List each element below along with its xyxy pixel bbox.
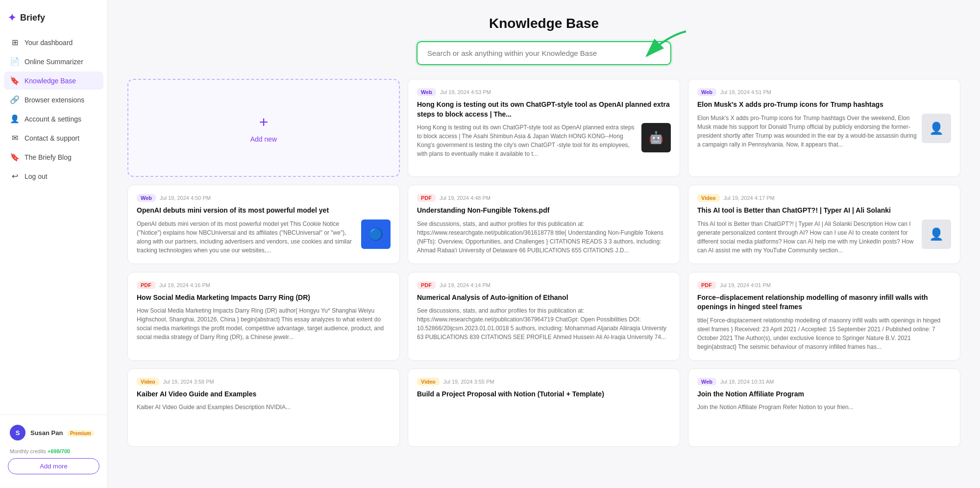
add-new-card[interactable]: + Add new — [127, 79, 400, 177]
card-title: Elon Musk's X adds pro-Trump icons for T… — [697, 100, 951, 110]
blog-icon: 🔖 — [10, 152, 20, 162]
sidebar-item-label: Knowledge Base — [24, 77, 76, 85]
kb-card-c7[interactable]: PDF Jul 19, 2024 4:14 PM Numerical Analy… — [408, 272, 680, 361]
user-info: S Susan Pan Premium — [4, 421, 103, 444]
card-title: Understanding Non-Fungible Tokens.pdf — [417, 206, 671, 216]
sidebar-item-account[interactable]: 👤 Account & settings — [4, 110, 103, 128]
avatar: S — [10, 425, 25, 440]
sidebar-item-knowledge[interactable]: 🔖 Knowledge Base — [4, 72, 103, 90]
sidebar-item-label: The Briefy Blog — [24, 153, 72, 161]
card-date: Jul 19, 2024 4:50 PM — [160, 195, 211, 201]
card-meta: PDF Jul 19, 2024 4:16 PM — [137, 281, 391, 289]
card-tag: PDF — [417, 194, 436, 202]
card-title: Build a Project Proposal with Notion (Tu… — [417, 390, 671, 399]
card-thumbnail: 👤 — [922, 114, 951, 143]
sidebar-item-logout[interactable]: ↩ Log out — [4, 167, 103, 185]
add-icon: + — [259, 113, 269, 131]
add-card-label: Add new — [250, 135, 277, 143]
card-meta: Web Jul 19, 2024 4:51 PM — [697, 88, 951, 96]
card-title: How Social Media Marketing Impacts Darry… — [137, 293, 391, 303]
card-body: See discussions, stats, and author profi… — [417, 306, 671, 342]
card-text: OpenAI debuts mini version of its most p… — [137, 220, 356, 255]
sidebar-nav: ⊞ Your dashboard 📄 Online Summarizer 🔖 K… — [0, 33, 107, 415]
card-title: This AI tool is Better than ChatGPT?! | … — [697, 206, 951, 216]
kb-card-c6[interactable]: PDF Jul 19, 2024 4:16 PM How Social Medi… — [127, 272, 400, 361]
card-date: Jul 19, 2024 3:58 PM — [163, 379, 214, 385]
card-title: Force–displacement relationship modellin… — [697, 293, 951, 312]
card-title: Numerical Analysis of Auto-ignition of E… — [417, 293, 671, 303]
kb-card-c1[interactable]: Web Jul 19, 2024 4:53 PM Hong Kong is te… — [408, 79, 680, 177]
card-tag: Web — [137, 194, 156, 202]
card-meta: PDF Jul 19, 2024 4:48 PM — [417, 194, 671, 202]
kb-card-c2[interactable]: Web Jul 19, 2024 4:51 PM Elon Musk's X a… — [688, 79, 960, 177]
search-input[interactable] — [416, 41, 671, 65]
card-text: Join the Notion Affiliate Program Refer … — [697, 403, 951, 412]
card-thumbnail: 🤖 — [641, 123, 671, 152]
kb-card-c4[interactable]: PDF Jul 19, 2024 4:48 PM Understanding N… — [408, 185, 680, 264]
card-meta: Web Jul 19, 2024 4:53 PM — [417, 88, 671, 96]
extensions-icon: 🔗 — [10, 95, 20, 104]
card-date: Jul 19, 2024 4:17 PM — [724, 195, 775, 201]
card-body: title{ Force-displacement relationship m… — [697, 316, 951, 351]
card-body: How Social Media Marketing Impacts Darry… — [137, 306, 391, 342]
logo-icon: ✦ — [8, 12, 16, 24]
premium-badge: Premium — [67, 430, 94, 437]
kb-card-c8[interactable]: PDF Jul 19, 2024 4:01 PM Force–displacem… — [688, 272, 960, 361]
kb-card-c5[interactable]: Video Jul 19, 2024 4:17 PM This AI tool … — [688, 185, 960, 264]
card-text: Hong Kong is testing out its own ChatGPT… — [417, 123, 637, 158]
card-thumbnail: 🔵 — [361, 220, 391, 249]
kb-card-c10[interactable]: Video Jul 19, 2024 3:55 PM Build a Proje… — [408, 368, 680, 447]
card-text: How Social Media Marketing Impacts Darry… — [137, 306, 391, 342]
card-body: Elon Musk's X adds pro-Trump icons for T… — [697, 114, 951, 149]
sidebar-item-summarizer[interactable]: 📄 Online Summarizer — [4, 52, 103, 71]
knowledge-base-grid: + Add new Web Jul 19, 2024 4:53 PM Hong … — [127, 79, 960, 447]
card-tag: Web — [417, 88, 436, 96]
card-body: See discussions, stats, and author profi… — [417, 220, 671, 255]
page-title: Knowledge Base — [127, 16, 960, 31]
card-meta: PDF Jul 19, 2024 4:01 PM — [697, 281, 951, 289]
card-date: Jul 19, 2024 4:16 PM — [159, 282, 210, 288]
card-text: title{ Force-displacement relationship m… — [697, 316, 951, 351]
card-tag: PDF — [137, 281, 155, 289]
card-meta: PDF Jul 19, 2024 4:14 PM — [417, 281, 671, 289]
card-tag: Video — [697, 194, 720, 202]
card-text: This AI tool is Better than ChatGPT?! | … — [697, 220, 917, 255]
kb-card-c3[interactable]: Web Jul 19, 2024 4:50 PM OpenAI debuts m… — [127, 185, 400, 264]
card-text: Elon Musk's X adds pro-Trump icons for T… — [697, 114, 917, 149]
card-thumbnail: 👤 — [922, 220, 951, 249]
contact-icon: ✉ — [10, 133, 20, 143]
search-bar-wrap — [127, 41, 960, 65]
sidebar-item-contact[interactable]: ✉ Contact & support — [4, 129, 103, 147]
card-meta: Web Jul 19, 2024 4:50 PM — [137, 194, 391, 202]
card-text: Kaiber AI Video Guide and Examples Descr… — [137, 403, 391, 412]
sidebar-item-label: Contact & support — [24, 134, 79, 142]
card-date: Jul 19, 2024 4:51 PM — [720, 89, 771, 95]
add-more-button[interactable]: Add more — [8, 458, 99, 474]
summarizer-icon: 📄 — [10, 57, 20, 66]
card-tag: Video — [137, 378, 159, 386]
sidebar-item-extensions[interactable]: 🔗 Browser extensions — [4, 91, 103, 109]
card-body: OpenAI debuts mini version of its most p… — [137, 220, 391, 255]
sidebar-item-label: Online Summarizer — [24, 58, 83, 66]
card-date: Jul 19, 2024 4:53 PM — [440, 89, 491, 95]
account-icon: 👤 — [10, 114, 20, 123]
card-tag: PDF — [417, 281, 436, 289]
card-title: Hong Kong is testing out its own ChatGPT… — [417, 100, 671, 119]
card-title: Kaiber AI Video Guide and Examples — [137, 390, 391, 399]
main-content: Knowledge Base + Add new Web Jul 19, 202… — [108, 0, 980, 488]
sidebar-item-dashboard[interactable]: ⊞ Your dashboard — [4, 33, 103, 51]
card-date: Jul 19, 2024 4:48 PM — [440, 195, 490, 201]
logout-icon: ↩ — [10, 171, 20, 181]
card-body: Join the Notion Affiliate Program Refer … — [697, 403, 951, 412]
sidebar-item-blog[interactable]: 🔖 The Briefy Blog — [4, 148, 103, 166]
kb-card-c11[interactable]: Web Jul 18, 2024 10:31 AM Join the Notio… — [688, 368, 960, 447]
card-date: Jul 19, 2024 3:55 PM — [443, 379, 494, 385]
card-title: Join the Notion Affiliate Program — [697, 390, 951, 399]
credits-value: +698/700 — [48, 448, 70, 454]
card-body: This AI tool is Better than ChatGPT?! | … — [697, 220, 951, 255]
card-tag: PDF — [697, 281, 716, 289]
card-meta: Web Jul 18, 2024 10:31 AM — [697, 378, 951, 386]
kb-card-c9[interactable]: Video Jul 19, 2024 3:58 PM Kaiber AI Vid… — [127, 368, 400, 447]
sidebar-bottom: S Susan Pan Premium Monthly credits +698… — [0, 415, 107, 480]
monthly-credits: Monthly credits +698/700 — [4, 448, 103, 454]
